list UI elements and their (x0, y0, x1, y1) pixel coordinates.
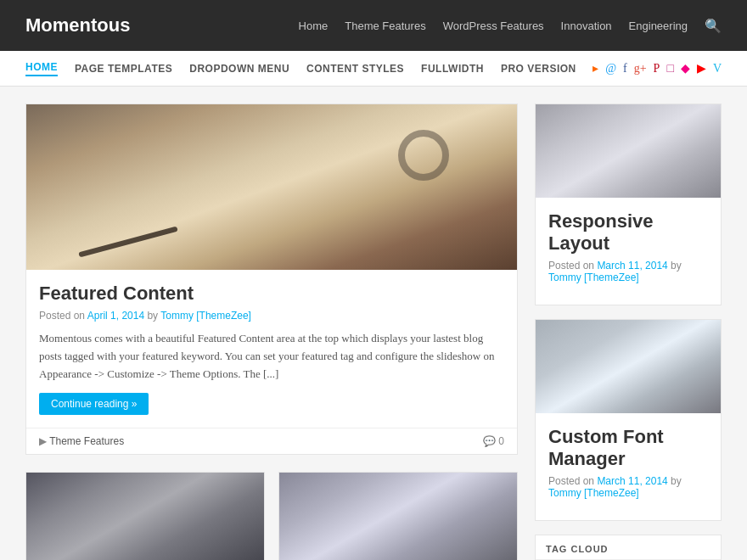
font-post-content: Custom Font Manager Posted on March 11, … (536, 413, 721, 520)
subnav-dropdown-menu[interactable]: DROPDOWN MENU (189, 63, 289, 75)
search-icon[interactable]: 🔍 (705, 18, 722, 34)
subnav-home[interactable]: HOME (25, 61, 58, 76)
sidebar: Responsive Layout Posted on March 11, 20… (535, 104, 722, 560)
featured-post-footer: ▶ Theme Features 💬 0 (26, 428, 517, 454)
font-post-thumbnail (536, 320, 721, 413)
youtube-icon[interactable]: ▶ (697, 61, 706, 76)
small-post-powerful: Powerful Theme Options Posted on March 2… (25, 472, 265, 560)
content-area: Featured Content Posted on April 1, 2014… (25, 104, 518, 560)
google-plus-icon[interactable]: g+ (634, 62, 647, 76)
responsive-post-date[interactable]: March 11, 2014 (597, 260, 667, 272)
sub-nav: HOME PAGE TEMPLATES DROPDOWN MENU CONTEN… (0, 51, 747, 87)
small-post-widgets: Custom Widgets Posted on March 8, 2014 b… (278, 472, 518, 560)
post-category: ▶ Theme Features (39, 435, 124, 447)
pinterest-icon[interactable]: P (654, 62, 660, 76)
widgets-post-thumbnail (279, 473, 517, 560)
subnav-pro-version[interactable]: PRO VERSION (501, 63, 576, 75)
responsive-post-author[interactable]: Tommy [ThemeZee] (548, 272, 639, 283)
featured-post-content: Featured Content Posted on April 1, 2014… (26, 270, 517, 428)
rss-icon[interactable]: ▸ (593, 61, 598, 76)
responsive-post-meta: Posted on March 11, 2014 by Tommy [Theme… (548, 260, 708, 283)
site-title: Momentous (25, 14, 130, 36)
responsive-post-thumbnail (536, 104, 721, 198)
subnav-fullwidth[interactable]: FULLWIDTH (421, 63, 484, 75)
twitter-icon[interactable]: @ (605, 62, 616, 76)
featured-post-title: Featured Content (39, 283, 504, 305)
tag-icon: ▶ (39, 435, 49, 447)
nav-home[interactable]: Home (299, 20, 329, 32)
bottom-posts-grid: Powerful Theme Options Posted on March 2… (25, 472, 518, 560)
featured-post: Featured Content Posted on April 1, 2014… (25, 104, 518, 455)
vimeo-icon[interactable]: V (713, 62, 722, 76)
powerful-post-thumbnail (26, 473, 264, 560)
instagram-icon[interactable]: □ (666, 62, 673, 76)
nav-theme-features[interactable]: Theme Features (345, 20, 425, 32)
tag-cloud-title: TAG CLOUD (536, 535, 721, 560)
featured-post-excerpt: Momentous comes with a beautiful Feature… (39, 330, 504, 383)
post-comments: 💬 0 (483, 435, 504, 447)
featured-post-date[interactable]: April 1, 2014 (87, 310, 144, 322)
font-post-meta: Posted on March 11, 2014 by Tommy [Theme… (548, 475, 708, 499)
featured-post-author[interactable]: Tommy [ThemeZee] (160, 310, 251, 322)
responsive-post-content: Responsive Layout Posted on March 11, 20… (536, 198, 721, 305)
font-post-title: Custom Font Manager (548, 426, 708, 470)
sidebar-font-post: Custom Font Manager Posted on March 11, … (535, 319, 722, 521)
flickr-icon[interactable]: ◆ (681, 61, 690, 76)
site-header: Momentous Home Theme Features WordPress … (0, 0, 747, 51)
main-nav: Home Theme Features WordPress Features I… (299, 18, 722, 34)
font-post-date[interactable]: March 11, 2014 (597, 475, 667, 487)
nav-engineering[interactable]: Engineering (629, 20, 688, 32)
post-category-link[interactable]: Theme Features (49, 435, 124, 447)
nav-innovation[interactable]: Innovation (561, 20, 612, 32)
subnav-content-styles[interactable]: CONTENT STYLES (306, 63, 404, 75)
subnav-page-templates[interactable]: PAGE TEMPLATES (75, 63, 172, 75)
responsive-post-title: Responsive Layout (548, 210, 708, 255)
facebook-icon[interactable]: f (623, 62, 627, 76)
sidebar-responsive-post: Responsive Layout Posted on March 11, 20… (535, 104, 722, 305)
nav-wordpress-features[interactable]: WordPress Features (443, 20, 544, 32)
font-post-author[interactable]: Tommy [ThemeZee] (548, 487, 639, 499)
main-container: Featured Content Posted on April 1, 2014… (0, 87, 747, 560)
sub-nav-links: HOME PAGE TEMPLATES DROPDOWN MENU CONTEN… (25, 61, 576, 76)
read-more-button[interactable]: Continue reading » (39, 393, 149, 415)
featured-post-thumbnail (26, 104, 517, 270)
tag-cloud-widget: TAG CLOUD architecture colors custom exp… (535, 535, 722, 560)
featured-post-meta: Posted on April 1, 2014 by Tommy [ThemeZ… (39, 310, 504, 322)
social-icons: ▸ @ f g+ P □ ◆ ▶ V (593, 61, 722, 76)
